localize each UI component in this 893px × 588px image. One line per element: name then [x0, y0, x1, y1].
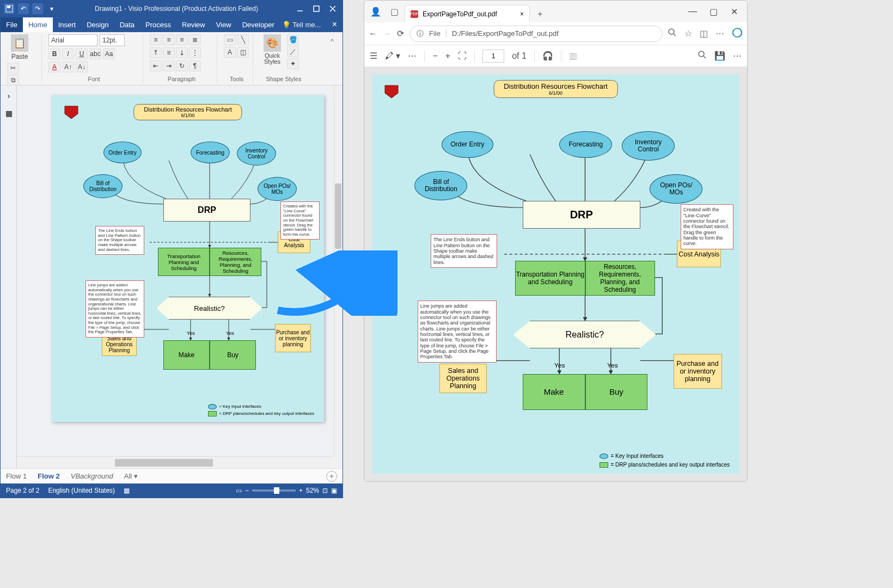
node-drp[interactable]: DRP: [163, 199, 250, 222]
node-openpos[interactable]: Open POs/ MOs: [650, 174, 702, 204]
tab-review[interactable]: Review: [176, 17, 211, 32]
align-right-button[interactable]: ≡: [176, 34, 188, 45]
effects-button[interactable]: ✦: [287, 58, 299, 69]
align-left-button[interactable]: ≡: [150, 34, 162, 45]
qat-save-icon[interactable]: [4, 3, 15, 14]
zoom-in-pdf-button[interactable]: +: [445, 51, 450, 61]
node-make[interactable]: Make: [163, 340, 210, 370]
node-orderentry[interactable]: Order Entry: [103, 142, 142, 163]
fit-window-icon[interactable]: ⊡: [322, 487, 328, 494]
page-view-icon[interactable]: ▥: [569, 51, 577, 61]
zoom-slider[interactable]: [252, 489, 296, 492]
qat-dropdown-icon[interactable]: ▾: [46, 3, 57, 14]
connector-tool-button[interactable]: ╲: [237, 34, 249, 45]
node-billdist[interactable]: Bill of Distribution: [83, 174, 123, 198]
forward-button[interactable]: →: [383, 29, 392, 39]
zoom-level[interactable]: 52%: [306, 487, 319, 494]
site-info-icon[interactable]: ⓘ: [417, 29, 424, 39]
settings-icon[interactable]: ⋯: [715, 28, 724, 39]
tab-data[interactable]: Data: [114, 17, 140, 32]
strike-button[interactable]: abc: [89, 48, 101, 59]
highlight-icon[interactable]: 🖍 ▾: [385, 51, 400, 61]
underline-button[interactable]: U: [76, 48, 88, 59]
align-justify-button[interactable]: ≣: [189, 34, 201, 45]
node-openpos[interactable]: Open POs/ MOs: [258, 177, 297, 201]
node-trans[interactable]: Transportation Planning and Scheduling: [158, 248, 210, 276]
page-input[interactable]: [482, 50, 504, 63]
cut-button[interactable]: ✂: [7, 63, 19, 74]
fit-page-icon[interactable]: ▣: [331, 487, 337, 494]
valign-top-button[interactable]: ⤒: [150, 47, 162, 58]
save-pdf-icon[interactable]: 💾: [714, 51, 725, 61]
bold-button[interactable]: B: [48, 48, 60, 59]
add-page-button[interactable]: +: [326, 471, 337, 482]
node-realistic[interactable]: Realistic?: [513, 321, 656, 348]
node-realistic[interactable]: Realistic?: [156, 297, 262, 320]
node-drp[interactable]: DRP: [523, 201, 640, 229]
status-macro-icon[interactable]: ▦: [124, 487, 130, 494]
zoom-in-button[interactable]: +: [299, 487, 303, 494]
tab-insert[interactable]: Insert: [53, 17, 82, 32]
split-screen-icon[interactable]: ◫: [700, 28, 708, 39]
tab-close-icon[interactable]: ×: [520, 10, 524, 18]
shapes-expand-icon[interactable]: ›: [3, 90, 15, 102]
node-inventory[interactable]: Inventory Control: [237, 142, 276, 166]
pdf-more-icon[interactable]: ⋯: [733, 51, 742, 61]
node-make[interactable]: Make: [523, 374, 585, 410]
back-button[interactable]: ←: [369, 29, 377, 39]
zoom-out-pdf-button[interactable]: −: [432, 51, 437, 61]
tell-me[interactable]: 💡 Tell me...: [282, 21, 321, 29]
find-icon[interactable]: [698, 51, 707, 62]
node-forecasting[interactable]: Forecasting: [559, 131, 612, 158]
subscript-button[interactable]: Aa: [103, 48, 115, 59]
node-res[interactable]: Resources, Requirements, Planning, and S…: [210, 248, 261, 276]
font-color-button[interactable]: A: [48, 62, 60, 72]
node-inventory[interactable]: Inventory Control: [622, 131, 675, 161]
valign-bot-button[interactable]: ⤓: [176, 47, 188, 58]
workspaces-icon[interactable]: ▢: [386, 3, 402, 20]
node-buy[interactable]: Buy: [210, 340, 256, 370]
page-tab-flow2[interactable]: Flow 2: [38, 472, 59, 480]
select-tool-button[interactable]: ◫: [237, 47, 249, 58]
new-tab-button[interactable]: +: [532, 6, 548, 22]
tab-design[interactable]: Design: [81, 17, 114, 32]
maximize-icon[interactable]: [309, 3, 324, 15]
reload-button[interactable]: ⟳: [397, 28, 404, 39]
node-sales[interactable]: Sales and Operations Planning: [439, 364, 486, 393]
node-purchase[interactable]: Purchase and or inventory planning: [674, 354, 722, 389]
copy-button[interactable]: ⧉: [7, 75, 19, 85]
node-trans[interactable]: Transportation Planning and Scheduling: [515, 261, 585, 296]
rotate-button[interactable]: ↻: [176, 60, 188, 71]
node-forecasting[interactable]: Forecasting: [191, 142, 230, 163]
para-mark-button[interactable]: ¶: [189, 60, 201, 71]
browser-maximize-icon[interactable]: ▢: [704, 4, 723, 19]
page-tab-vbackground[interactable]: VBackground: [71, 472, 113, 480]
indent-inc-button[interactable]: ⇥: [163, 60, 175, 71]
text-tool-button[interactable]: A: [224, 47, 236, 58]
node-orderentry[interactable]: Order Entry: [442, 131, 493, 158]
horizontal-scrollbar[interactable]: [17, 456, 334, 468]
contents-icon[interactable]: ☰: [370, 51, 377, 61]
font-shrink-button[interactable]: A↓: [76, 62, 88, 72]
presentation-icon[interactable]: ▭: [236, 487, 242, 494]
more-tools-icon[interactable]: ⋯: [408, 51, 417, 61]
font-size-input[interactable]: 12pt.: [100, 34, 125, 46]
node-billdist[interactable]: Bill of Distribution: [414, 171, 467, 200]
fit-icon[interactable]: ⛶: [458, 51, 467, 61]
paste-button[interactable]: 📋 Paste: [7, 34, 32, 60]
italic-button[interactable]: I: [62, 48, 74, 59]
pointer-tool-button[interactable]: ▭: [224, 34, 236, 45]
qat-undo-icon[interactable]: ↶: [18, 3, 29, 14]
node-res[interactable]: Resources, Requirements, Planning, and S…: [585, 261, 655, 296]
tab-developer[interactable]: Developer: [237, 17, 280, 32]
tab-process[interactable]: Process: [140, 17, 176, 32]
read-aloud-icon[interactable]: 🎧: [542, 51, 553, 61]
ribbon-close-icon[interactable]: ×: [327, 20, 342, 29]
tab-home[interactable]: Home: [23, 17, 53, 32]
browser-close-icon[interactable]: ✕: [724, 4, 744, 19]
valign-mid-button[interactable]: ≡: [163, 47, 175, 58]
line-button[interactable]: ／: [287, 46, 299, 57]
node-buy[interactable]: Buy: [585, 374, 648, 410]
fill-button[interactable]: 🪣: [287, 34, 299, 45]
shapes-tool-icon[interactable]: ▦: [3, 107, 15, 119]
